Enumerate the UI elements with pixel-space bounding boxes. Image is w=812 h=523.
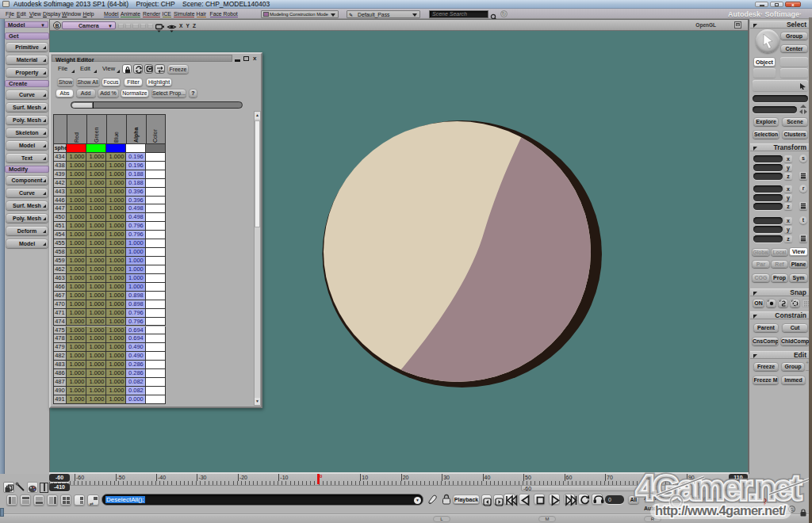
svg-text:4Gamer.net: 4Gamer.net [636, 468, 802, 507]
svg-text:http://www.4gamer.net/: http://www.4gamer.net/ [655, 503, 787, 517]
